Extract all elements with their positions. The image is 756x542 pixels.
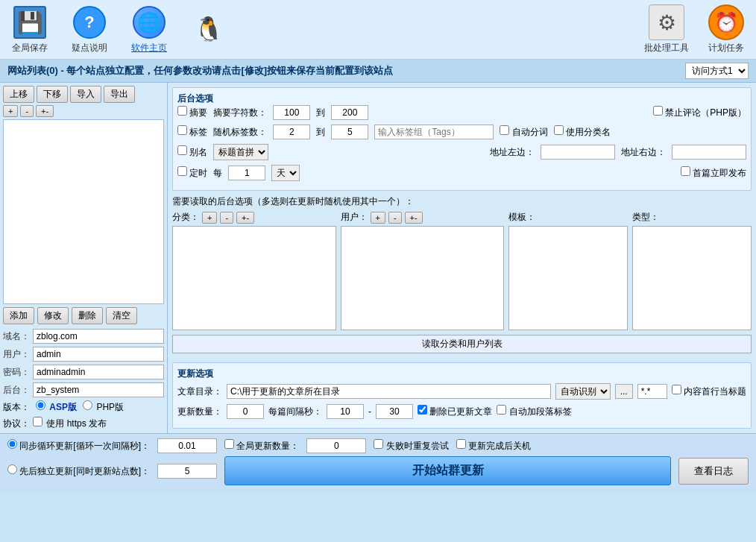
sequential-radio[interactable] [7, 464, 17, 474]
pwd-input[interactable] [33, 365, 164, 379]
up-button[interactable]: 上移 [3, 86, 34, 103]
add-button[interactable]: 添加 [3, 307, 34, 324]
pwd-row: 密码： [3, 365, 164, 379]
delete-button[interactable]: 删除 [72, 307, 103, 324]
access-select[interactable]: 访问方式1 [685, 63, 749, 79]
user-listbox[interactable] [341, 226, 505, 330]
https-checkbox-label[interactable]: 使用 https 发布 [33, 417, 107, 430]
user-minus-btn[interactable]: - [388, 212, 402, 224]
summary-from-input[interactable] [273, 105, 310, 120]
total-update-check-label[interactable]: 全局更新数量： [224, 439, 299, 453]
interval-to-input[interactable] [376, 404, 413, 419]
sequential-count-input[interactable] [157, 464, 217, 479]
shutdown-checkbox[interactable] [456, 439, 466, 449]
use-category-checkbox[interactable] [554, 125, 564, 135]
delete-updated-checkbox[interactable] [418, 405, 427, 415]
first-publish-check-label[interactable]: 首篇立即发布 [681, 166, 746, 180]
user-add-btn[interactable]: + [371, 212, 385, 224]
auto-split-check-label[interactable]: 自动分词 [500, 125, 547, 139]
domain-input[interactable] [33, 329, 164, 344]
category-minus-btn[interactable]: - [220, 212, 233, 224]
category-add-btn[interactable]: + [202, 212, 217, 224]
sync-interval-input[interactable] [157, 438, 217, 453]
modify-button[interactable]: 修改 [37, 307, 69, 324]
read-list-button[interactable]: 读取分类和用户列表 [172, 335, 752, 353]
plusminus-small-button[interactable]: +- [36, 105, 54, 117]
path-label: 文章目录： [177, 385, 222, 398]
browse-button[interactable]: ... [615, 384, 633, 399]
type-listbox[interactable] [632, 226, 752, 330]
delete-updated-check-label[interactable]: 删除已更新文章 [418, 405, 492, 418]
total-update-checkbox[interactable] [224, 439, 234, 449]
tag-check-label[interactable]: 标签 [177, 125, 207, 139]
schedule-checkbox[interactable] [177, 166, 187, 176]
php-radio[interactable] [83, 400, 92, 410]
alias-select[interactable]: 标题首拼 [213, 144, 268, 160]
day-val-input[interactable] [228, 166, 265, 180]
minus-small-button[interactable]: - [20, 105, 34, 117]
addr-left-input[interactable] [541, 145, 615, 160]
export-button[interactable]: 导出 [104, 86, 135, 103]
user-plusminus-btn[interactable]: +- [405, 212, 423, 224]
save-toolbar-item[interactable]: 全局保存 [7, 4, 52, 54]
content-title-check-label[interactable]: 内容首行当标题 [672, 385, 746, 398]
summary-to-input[interactable] [331, 105, 368, 120]
qq-toolbar-item[interactable] [186, 11, 231, 48]
alias-checkbox[interactable] [177, 145, 187, 155]
start-update-button[interactable]: 开始站群更新 [224, 456, 671, 485]
batch-toolbar-item[interactable]: 批处理工具 [644, 4, 689, 54]
tags-from-input[interactable] [273, 125, 310, 139]
version-label: 版本： [3, 401, 30, 414]
https-checkbox[interactable] [33, 417, 42, 426]
count-input[interactable] [227, 404, 264, 419]
domain-row: 域名： [3, 329, 164, 344]
retry-checkbox[interactable] [374, 439, 383, 449]
web-toolbar-item[interactable]: 软件主页 [127, 4, 171, 54]
content-title-checkbox[interactable] [672, 385, 681, 394]
alias-check-label[interactable]: 别名 [177, 145, 207, 159]
user-input[interactable] [33, 347, 164, 362]
php-radio-label[interactable]: PHP版 [83, 400, 124, 414]
path-input[interactable] [227, 384, 551, 399]
no-comment-checkbox[interactable] [653, 106, 663, 116]
auto-split-checkbox[interactable] [500, 125, 509, 135]
day-unit-select[interactable]: 天 [271, 165, 300, 181]
total-count-input[interactable] [306, 438, 366, 453]
sync-radio[interactable] [7, 439, 17, 449]
bottom-bar: 同步循环更新[循环一次间隔秒]： 全局更新数量： 失败时重复尝试 更新完成后关机… [0, 433, 756, 493]
addr-right-input[interactable] [672, 145, 746, 160]
tag-checkbox[interactable] [177, 125, 187, 135]
help-toolbar-item[interactable]: 疑点说明 [67, 4, 112, 54]
clear-button[interactable]: 清空 [106, 307, 137, 324]
backend-input[interactable] [33, 382, 164, 397]
view-log-button[interactable]: 查看日志 [678, 458, 749, 485]
no-comment-check-label[interactable]: 禁止评论（PHP版） [653, 106, 746, 119]
asp-radio[interactable] [36, 400, 45, 410]
ext-input[interactable] [637, 384, 667, 399]
asp-radio-label[interactable]: ASP版 [36, 400, 77, 414]
down-button[interactable]: 下移 [37, 86, 68, 103]
auto-detect-select[interactable]: 自动识别 [555, 383, 611, 400]
use-category-check-label[interactable]: 使用分类名 [554, 125, 611, 139]
summary-check-label[interactable]: 摘要 [177, 106, 207, 119]
sync-radio-label[interactable]: 同步循环更新[循环一次间隔秒]： [7, 439, 150, 453]
schedule-check-label[interactable]: 定时 [177, 166, 207, 180]
site-list[interactable] [3, 119, 164, 304]
add-small-button[interactable]: + [3, 105, 18, 117]
category-listbox[interactable] [172, 226, 336, 330]
interval-from-input[interactable] [327, 404, 364, 419]
sequential-radio-label[interactable]: 先后独立更新[同时更新站点数]： [7, 464, 150, 478]
schedule-toolbar-item[interactable]: 计划任务 [704, 4, 749, 54]
import-button[interactable]: 导入 [70, 86, 101, 103]
first-publish-checkbox[interactable] [681, 166, 690, 176]
category-plusminus-btn[interactable]: +- [236, 212, 254, 224]
tags-to-input[interactable] [331, 125, 368, 139]
tags-group-input[interactable] [374, 125, 494, 139]
auto-paragraph-check-label[interactable]: 自动加段落标签 [497, 405, 571, 418]
summary-checkbox[interactable] [177, 106, 187, 116]
template-listbox[interactable] [508, 226, 628, 330]
auto-paragraph-checkbox[interactable] [497, 405, 506, 415]
retry-check-label[interactable]: 失败时重复尝试 [374, 439, 448, 453]
path-row: 文章目录： 自动识别 ... 内容首行当标题 [177, 383, 746, 400]
shutdown-check-label[interactable]: 更新完成后关机 [456, 439, 531, 453]
